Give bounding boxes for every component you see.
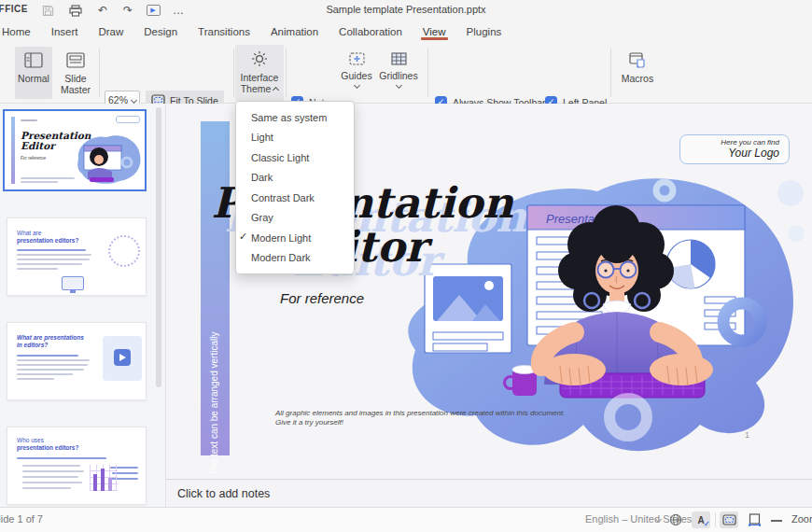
text-line-placeholder <box>17 369 84 371</box>
interface-theme-menu: Same as system Light Classic Light Dark … <box>235 101 355 274</box>
tab-view[interactable]: View <box>423 21 446 42</box>
presentation-editor-window: ONLYOFFICE ↶ ↷ ▶ … Sample template Prese… <box>0 0 812 532</box>
slide-subtitle[interactable]: For reference <box>280 290 364 306</box>
document-title: Sample template Presentation.pptx <box>0 4 812 15</box>
tab-transitions[interactable]: Transitions <box>198 21 250 42</box>
normal-view-button[interactable]: Normal <box>15 47 52 99</box>
slide-master-button[interactable]: Slide Master <box>54 47 97 99</box>
guides-label: Guides <box>341 70 371 81</box>
toolbar-divider <box>99 49 100 97</box>
text-line-placeholder <box>17 457 106 459</box>
document-language-icon[interactable] <box>666 511 685 528</box>
fit-to-width-statusbar-icon[interactable] <box>745 511 763 528</box>
mini-subtitle: For reference <box>21 156 46 161</box>
normal-view-label: Normal <box>18 73 49 84</box>
text-line-placeholder <box>21 177 75 179</box>
ribbon-tabs: Home Insert Draw Design Transitions Anim… <box>0 21 812 42</box>
toolbar-divider <box>427 49 428 97</box>
theme-option-classic-light[interactable]: Classic Light <box>236 147 354 168</box>
mini-illustration <box>71 129 144 187</box>
chevron-up-icon <box>273 87 279 93</box>
slide-thumbnail-3[interactable]: What are presentationsin editors? <box>7 322 147 400</box>
logo-placeholder-box[interactable]: Here you can find Your Logo <box>679 134 790 164</box>
statusbar-divider <box>715 512 716 527</box>
mini-play-triangle <box>119 354 126 361</box>
mini-dotted-spiral <box>108 235 140 267</box>
macros-label: Macros <box>622 73 653 84</box>
text-line-placeholder <box>17 364 88 366</box>
notes-area[interactable]: Click to add notes <box>166 479 812 507</box>
toolbar-divider <box>233 49 234 97</box>
text-line-placeholder <box>22 470 84 472</box>
gridlines-label: Gridlines <box>379 70 417 81</box>
theme-option-modern-light[interactable]: ✓Modern Light <box>236 228 354 248</box>
text-line-placeholder <box>22 482 82 483</box>
tab-home[interactable]: Home <box>2 21 31 42</box>
mini-monitor-stand <box>70 290 76 293</box>
text-line-placeholder <box>17 263 82 265</box>
gridlines-icon <box>391 52 407 67</box>
text-line-placeholder <box>17 359 90 361</box>
slide-footer-text: All graphic elements and images in this … <box>275 409 565 427</box>
titlebar: ONLYOFFICE ↶ ↷ ▶ … Sample template Prese… <box>0 0 812 21</box>
spellcheck-icon[interactable]: A✓ <box>692 511 710 528</box>
slide-number: 1 <box>745 430 749 440</box>
theme-option-same-as-system[interactable]: Same as system <box>236 107 354 128</box>
slide-thumbnail-1[interactable]: PresentationEditor For reference <box>5 111 145 189</box>
zoom-out-icon[interactable] <box>771 520 782 522</box>
tab-collaboration[interactable]: Collaboration <box>339 21 402 42</box>
mini-vertical-bar <box>11 117 15 184</box>
vertical-text: The text can be arranged vertically <box>209 332 219 475</box>
tab-insert[interactable]: Insert <box>51 21 78 42</box>
slide-thumbnail-2[interactable]: What arepresentation editors? <box>7 217 147 296</box>
mini-chart-bar <box>108 478 112 491</box>
chevron-down-icon <box>395 82 401 89</box>
notes-placeholder[interactable]: Click to add notes <box>177 487 270 500</box>
slide-master-icon <box>66 52 85 70</box>
view-toolbar: Normal Slide Master 62% Zoom Fit To Slid… <box>0 42 812 104</box>
tab-animation[interactable]: Animation <box>271 21 318 42</box>
statusbar: Slide 1 of 7 English – United States A✓ … <box>0 507 812 532</box>
fit-to-slide-statusbar-icon[interactable] <box>720 511 738 528</box>
text-line-placeholder <box>22 487 71 489</box>
mini-monitor <box>62 276 84 290</box>
tab-plugins[interactable]: Plugins <box>467 21 502 42</box>
interface-theme-label-2: Theme <box>241 83 279 94</box>
text-line-placeholder <box>17 373 73 375</box>
thumbnails-scrollbar[interactable] <box>156 107 161 387</box>
gridlines-button[interactable]: Gridlines <box>377 47 420 101</box>
tab-draw[interactable]: Draw <box>98 21 123 42</box>
interface-theme-button[interactable]: Interface Theme <box>235 45 284 101</box>
slide-thumbnail-4[interactable]: Who usespresentation editors? <box>7 427 147 505</box>
slide-indicator: Slide 1 of 7 <box>0 513 43 525</box>
slide-thumbnails-panel: PresentationEditor For reference What ar… <box>0 104 166 507</box>
macros-button[interactable]: Macros <box>616 47 659 99</box>
check-icon: ✓ <box>239 231 247 243</box>
theme-option-dark[interactable]: Dark <box>236 168 354 189</box>
guides-button[interactable]: Guides <box>338 47 375 101</box>
normal-view-icon <box>24 52 43 70</box>
logo-box-line2: Your Logo <box>680 147 779 160</box>
chevron-down-icon <box>353 82 359 89</box>
theme-option-modern-dark[interactable]: Modern Dark <box>236 248 354 269</box>
slide-master-label: Slide Master <box>54 73 97 95</box>
text-line-placeholder <box>21 181 58 183</box>
macros-icon <box>629 52 646 70</box>
zoom-label: Zoom <box>791 513 812 525</box>
mini-heading: What arepresentation editors? <box>17 230 78 244</box>
toolbar-divider <box>610 49 611 97</box>
text-line-placeholder <box>17 249 86 251</box>
text-line-placeholder <box>17 355 78 357</box>
text-line-placeholder <box>17 254 91 256</box>
interface-theme-sun-icon <box>251 50 268 69</box>
theme-option-light[interactable]: Light <box>236 128 354 148</box>
theme-option-gray[interactable]: Gray <box>236 208 354 229</box>
tab-design[interactable]: Design <box>144 21 177 42</box>
mini-chart-bar <box>101 469 105 491</box>
mini-logo-box <box>116 116 140 123</box>
theme-option-contrast-dark[interactable]: Contrast Dark <box>236 188 354 208</box>
mini-heading: What are presentationsin editors? <box>17 334 84 348</box>
text-line-placeholder <box>21 119 37 121</box>
guides-icon <box>349 52 365 67</box>
mini-chart-bar <box>93 474 97 491</box>
